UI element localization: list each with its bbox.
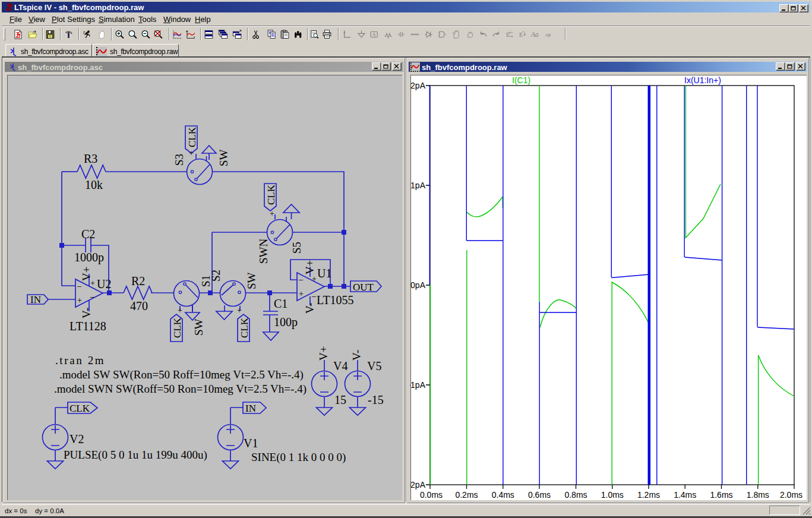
svg-text:LT1055: LT1055 [317,293,354,307]
svg-text:.tran 2m: .tran 2m [55,354,105,367]
svg-text:.model SWN SW(Roff=50 Ron=10me: .model SWN SW(Roff=50 Ron=10meg Vt=2.5 V… [54,383,307,396]
svg-text:Aa: Aa [530,31,539,39]
svg-text:S2: S2 [210,270,222,282]
svg-text:.op: .op [545,31,551,37]
svg-text:V2: V2 [69,432,84,446]
svg-text:V-: V- [80,308,93,318]
svg-text:+: + [77,296,82,305]
svg-text:V5: V5 [367,359,381,372]
svg-text:CLK: CLK [172,317,183,338]
svg-text:0.2ms: 0.2ms [455,490,478,500]
svg-text:LT1128: LT1128 [69,320,106,333]
svg-text:V-: V- [304,303,316,314]
svg-text:+: + [270,209,274,218]
svg-text:E: E [519,31,523,38]
svg-text:1000p: 1000p [74,251,104,264]
svg-text:V4: V4 [333,359,347,372]
svg-text:+: + [237,306,242,315]
svg-text:0.0ms: 0.0ms [420,490,443,500]
svg-text:U1: U1 [317,267,331,280]
svg-text:CLK: CLK [69,403,90,414]
svg-text:+: + [189,149,194,157]
svg-text:SW: SW [217,149,230,166]
svg-text:PULSE(0 5 0 1u 1u 199u 400u): PULSE(0 5 0 1u 1u 199u 400u) [64,448,207,462]
svg-text:+: + [90,279,95,288]
svg-text:+: + [312,274,317,283]
svg-text:1.2ms: 1.2ms [637,490,660,500]
svg-text:C1: C1 [274,297,287,310]
svg-text:CLK: CLK [187,127,198,147]
svg-text:0.8ms: 0.8ms [564,490,587,500]
svg-text:470: 470 [130,299,148,312]
svg-text:0pA: 0pA [410,280,426,290]
svg-text:V+: V+ [304,260,316,274]
svg-text:+: + [299,289,304,298]
svg-text:10k: 10k [85,178,103,191]
svg-text:.model SW SW(Ron=50 Roff=10meg: .model SW SW(Ron=50 Roff=10meg Vt=2.5 Vh… [59,368,304,381]
svg-text:CLK: CLK [266,184,277,205]
svg-text:IN: IN [30,294,41,305]
svg-text:–: – [311,292,317,301]
svg-text:1.0ms: 1.0ms [601,490,624,500]
svg-text:-1pA: -1pA [410,380,426,390]
svg-text:1.4ms: 1.4ms [674,490,696,500]
svg-text:-15: -15 [368,393,384,406]
svg-text:15: 15 [334,393,346,406]
svg-text:U2: U2 [97,277,111,290]
svg-text:SW: SW [245,272,258,289]
svg-text:SW: SW [192,318,205,336]
svg-text:–: – [77,282,82,290]
svg-text:–: – [90,292,95,301]
svg-text:S3: S3 [173,154,185,166]
svg-text:2.0ms: 2.0ms [780,490,802,500]
svg-text:0.6ms: 0.6ms [528,490,551,500]
svg-text:SWN: SWN [257,239,270,264]
svg-text:-2pA: -2pA [410,480,426,489]
svg-text:100p: 100p [274,315,298,329]
svg-text:0.4ms: 0.4ms [492,490,514,500]
svg-text:V1: V1 [244,437,258,450]
svg-text:1.6ms: 1.6ms [710,490,732,500]
svg-text:–: – [298,275,304,284]
svg-text:R2: R2 [131,274,145,288]
svg-text:I(C1): I(C1) [512,75,530,85]
svg-text:Ix(U1:In+): Ix(U1:In+) [684,75,721,85]
svg-text:A: A [372,31,377,37]
svg-text:1pA: 1pA [410,181,426,190]
svg-text:CLK: CLK [239,317,250,338]
svg-text:SINE(0 1 1k 0 0 0 0): SINE(0 1 1k 0 0 0 0) [251,451,346,464]
svg-text:OUT: OUT [353,282,374,293]
svg-text:V+: V+ [317,346,330,361]
svg-text:2pA: 2pA [410,81,426,90]
svg-text:V-: V- [350,350,363,361]
svg-text:IN: IN [245,403,256,414]
svg-text:S5: S5 [290,242,303,254]
svg-text:R3: R3 [84,152,97,165]
svg-text:1.8ms: 1.8ms [747,490,769,500]
svg-text:+: + [178,306,182,315]
svg-text:C2: C2 [81,228,95,241]
